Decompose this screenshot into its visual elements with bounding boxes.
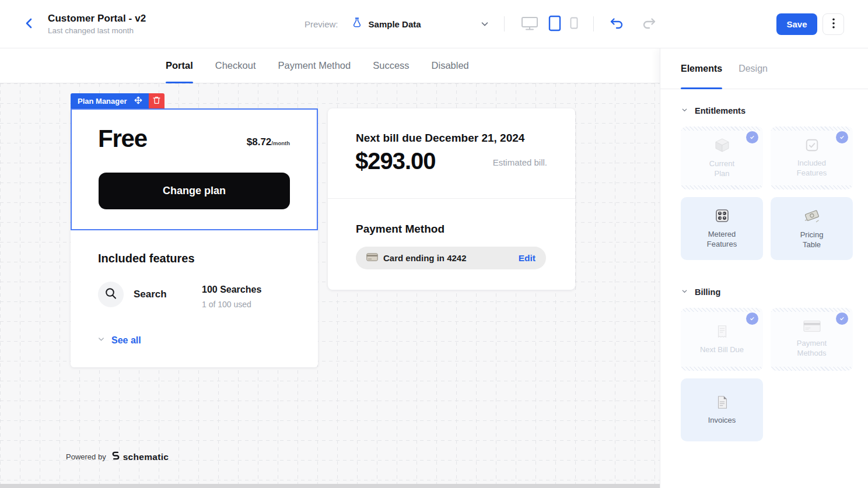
gauge-icon xyxy=(714,208,730,224)
card-ending-label: Card ending in 4242 xyxy=(383,253,513,263)
credit-card-icon xyxy=(803,320,821,333)
tab-success[interactable]: Success xyxy=(373,48,409,83)
billing-card[interactable]: Next bill due December 21, 2024 $293.00 … xyxy=(328,108,575,290)
top-header: Customer Portal - v2 Last changed last m… xyxy=(0,0,868,48)
check-badge xyxy=(836,313,848,325)
element-tile-current-plan[interactable]: Current Plan xyxy=(681,127,763,189)
element-tile-pricing-table[interactable]: Pricing Table xyxy=(771,197,853,260)
device-toggle-group xyxy=(519,13,579,35)
plan-name: Free xyxy=(98,125,147,153)
tab-disabled[interactable]: Disabled xyxy=(432,48,469,83)
component-label-chip[interactable]: Plan Manager xyxy=(71,93,149,108)
trash-icon xyxy=(153,96,160,106)
plan-manager-card[interactable]: Free $8.72/month Change plan Included fe… xyxy=(71,108,318,367)
preview-label: Preview: xyxy=(304,19,338,29)
search-icon xyxy=(104,287,117,302)
feature-icon-circle xyxy=(98,282,124,307)
horizontal-scrollbar[interactable] xyxy=(0,484,660,488)
next-bill-title: Next bill due December 21, 2024 xyxy=(356,132,524,145)
header-center: Preview: Sample Data xyxy=(304,0,658,48)
entitlements-grid: Current Plan Included Features xyxy=(681,127,853,260)
header-left: Customer Portal - v2 Last changed last m… xyxy=(0,13,146,35)
money-icon xyxy=(803,207,821,224)
element-tile-metered-features[interactable]: Metered Features xyxy=(681,197,763,260)
payment-method-pill[interactable]: Card ending in 4242 Edit xyxy=(356,247,546,269)
title-block: Customer Portal - v2 Last changed last m… xyxy=(48,13,146,35)
credit-card-icon xyxy=(366,253,378,264)
schematic-logo-icon xyxy=(111,451,120,463)
page-title: Customer Portal - v2 xyxy=(48,13,146,24)
section-entitlements-header[interactable]: Entitlements xyxy=(681,106,853,116)
feature-name: Search xyxy=(134,289,167,300)
cube-icon xyxy=(714,137,730,153)
device-desktop-button[interactable] xyxy=(519,13,541,35)
kebab-icon xyxy=(832,18,835,30)
chevron-down-icon xyxy=(480,19,490,29)
flask-icon xyxy=(351,17,363,31)
feature-limit: 100 Searches xyxy=(202,285,261,295)
undo-button[interactable] xyxy=(608,15,626,33)
see-all-label: See all xyxy=(111,335,141,346)
more-options-button[interactable] xyxy=(822,13,844,35)
page-subtitle: Last changed last month xyxy=(48,26,146,35)
check-badge xyxy=(746,313,758,325)
billing-grid: Next Bill Due Payment Methods xyxy=(681,308,853,441)
change-plan-button[interactable]: Change plan xyxy=(99,173,290,209)
divider xyxy=(504,16,505,31)
chevron-down-icon xyxy=(97,335,106,346)
see-all-link[interactable]: See all xyxy=(97,335,141,346)
element-tile-invoices[interactable]: Invoices xyxy=(681,378,763,441)
preview-value: Sample Data xyxy=(369,19,421,29)
feature-usage: 1 of 100 used xyxy=(202,300,251,309)
tab-payment-method[interactable]: Payment Method xyxy=(278,48,351,83)
edit-payment-link[interactable]: Edit xyxy=(519,253,536,264)
price-period: /month xyxy=(271,140,290,146)
preview-data-select[interactable]: Sample Data xyxy=(351,17,490,31)
section-billing-header[interactable]: Billing xyxy=(681,287,853,297)
tab-portal[interactable]: Portal xyxy=(166,48,193,83)
sidebar-tabbar: Elements Design xyxy=(660,48,868,89)
section-entitlements: Entitlements Current Plan xyxy=(681,106,853,260)
app-root: Customer Portal - v2 Last changed last m… xyxy=(0,0,868,488)
invoice-icon xyxy=(715,395,730,410)
plan-price: $8.72/month xyxy=(247,136,290,148)
tab-checkout[interactable]: Checkout xyxy=(215,48,256,83)
page-tabbar: Portal Checkout Payment Method Success D… xyxy=(0,48,660,83)
sidebar-content: Entitlements Current Plan xyxy=(660,89,868,441)
save-button[interactable]: Save xyxy=(776,13,817,35)
section-title: Entitlements xyxy=(695,106,746,115)
check-badge xyxy=(836,131,848,143)
tab-design[interactable]: Design xyxy=(738,48,768,89)
bill-amount: $293.00 xyxy=(355,148,436,174)
tile-label: Current Plan xyxy=(709,159,734,179)
element-tile-included-features[interactable]: Included Features xyxy=(771,127,853,189)
divider xyxy=(593,16,594,31)
section-title: Billing xyxy=(695,287,720,297)
history-controls xyxy=(608,15,658,33)
payment-method-title: Payment Method xyxy=(356,223,444,236)
checkbox-icon xyxy=(804,138,820,153)
canvas-column: Portal Checkout Payment Method Success D… xyxy=(0,48,660,488)
bill-note: Estimated bill. xyxy=(493,157,547,167)
device-tablet-button[interactable] xyxy=(547,14,562,34)
tab-elements[interactable]: Elements xyxy=(681,48,722,89)
component-toolbar[interactable]: Plan Manager xyxy=(71,93,164,108)
design-canvas[interactable]: Plan Manager Free xyxy=(0,83,660,488)
element-tile-next-bill-due[interactable]: Next Bill Due xyxy=(681,308,763,371)
chevron-down-icon xyxy=(681,106,688,116)
section-billing: Billing Next Bill Due xyxy=(681,287,853,441)
monitor-icon xyxy=(520,15,540,34)
delete-component-button[interactable] xyxy=(149,93,164,108)
element-tile-payment-methods[interactable]: Payment Methods xyxy=(771,308,853,371)
tile-label: Metered Features xyxy=(707,230,737,250)
chevron-down-icon xyxy=(681,287,688,297)
tile-label: Included Features xyxy=(797,159,827,178)
powered-by: Powered by schematic xyxy=(66,451,169,463)
redo-button[interactable] xyxy=(639,15,658,33)
redo-icon xyxy=(640,16,657,32)
main-area: Portal Checkout Payment Method Success D… xyxy=(0,48,868,488)
tile-label: Invoices xyxy=(708,416,736,426)
back-button[interactable] xyxy=(20,14,38,34)
device-mobile-button[interactable] xyxy=(569,16,579,32)
tile-label: Payment Methods xyxy=(797,339,827,359)
